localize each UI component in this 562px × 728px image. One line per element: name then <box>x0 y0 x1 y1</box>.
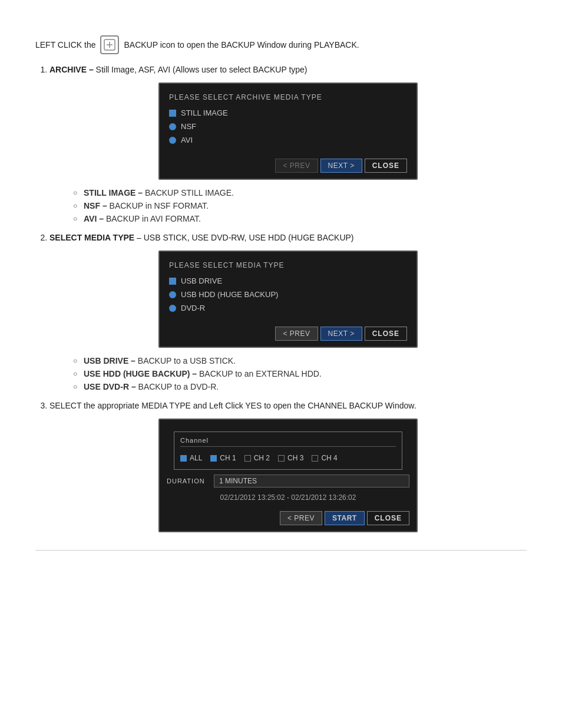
checkbox-still-image[interactable] <box>169 110 176 117</box>
media-next-button[interactable]: NEXT > <box>320 327 362 341</box>
checkbox-ch3[interactable] <box>278 455 285 462</box>
ch-item-ch4: CH 4 <box>312 454 337 462</box>
archive-title-bold: ARCHIVE – <box>49 65 94 74</box>
nsf-label: NSF <box>181 122 196 131</box>
archive-option-nsf: NSF <box>169 122 407 131</box>
sub-usb-drive-bold: USB DRIVE – <box>84 356 135 365</box>
archive-next-button[interactable]: NEXT > <box>320 159 362 173</box>
radio-usb-hdd[interactable] <box>169 291 176 298</box>
ch3-label: CH 3 <box>287 454 303 462</box>
checkbox-ch1[interactable] <box>210 455 217 462</box>
list-item-archive: ARCHIVE – Still Image, ASF, AVI (Allows … <box>49 65 527 223</box>
sub-usb-drive-text: BACKUP to a USB STICK. <box>138 356 236 365</box>
channel-prev-button[interactable]: < PREV <box>280 511 322 525</box>
archive-sub-list: STILL IMAGE – BACKUP STILL IMAGE. NSF – … <box>49 188 527 223</box>
channel-section: Channel ALL CH 1 CH 2 <box>174 431 402 470</box>
sub-item-avi: AVI – BACKUP in AVI FORMAT. <box>73 214 527 223</box>
media-prev-button[interactable]: < PREV <box>275 327 318 341</box>
main-list: ARCHIVE – Still Image, ASF, AVI (Allows … <box>35 65 527 532</box>
ch1-label: CH 1 <box>220 454 236 462</box>
media-type-title: SELECT MEDIA TYPE <box>49 233 134 242</box>
intro-right-text: BACKUP icon to open the BACKUP Window du… <box>124 40 359 50</box>
intro-line: LEFT CLICK the BACKUP icon to open the B… <box>35 35 527 54</box>
media-dialog-title: PLEASE SELECT MEDIA TYPE <box>169 261 407 269</box>
media-dialog: PLEASE SELECT MEDIA TYPE USB DRIVE USB H… <box>158 251 418 348</box>
list-item-channel: SELECT the appropriate MEDIA TYPE and Le… <box>49 401 527 532</box>
channel-footer: < PREV START CLOSE <box>160 506 416 531</box>
media-type-desc: – USB STICK, USE DVD-RW, USE HDD (HUGE B… <box>137 233 353 242</box>
archive-dialog: PLEASE SELECT ARCHIVE MEDIA TYPE STILL I… <box>158 83 418 180</box>
ch-item-ch1: CH 1 <box>210 454 236 462</box>
sub-nsf-text: BACKUP in NSF FORMAT. <box>110 201 209 210</box>
archive-title: ARCHIVE – Still Image, ASF, AVI (Allows … <box>49 65 308 74</box>
usb-hdd-label: USB HDD (HUGE BACKUP) <box>181 290 278 299</box>
channel-start-button[interactable]: START <box>325 511 365 525</box>
archive-option-avi: AVI <box>169 136 407 144</box>
radio-nsf[interactable] <box>169 123 176 130</box>
ch-item-ch2: CH 2 <box>244 454 270 462</box>
media-sub-list: USB DRIVE – BACKUP to a USB STICK. USE H… <box>49 356 527 391</box>
channel-row: ALL CH 1 CH 2 CH 3 <box>180 452 396 465</box>
checkbox-all[interactable] <box>180 455 187 462</box>
media-close-button[interactable]: CLOSE <box>365 327 407 341</box>
avi-label: AVI <box>181 136 193 144</box>
sub-item-nsf: NSF – BACKUP in NSF FORMAT. <box>73 201 527 210</box>
still-image-label: STILL IMAGE <box>181 108 228 117</box>
archive-dialog-footer: < PREV NEXT > CLOSE <box>169 154 407 179</box>
dvd-r-label: DVD-R <box>181 304 205 312</box>
channel-desc: SELECT the appropriate MEDIA TYPE and Le… <box>49 401 416 410</box>
sub-still-image-text: BACKUP STILL IMAGE. <box>145 188 234 197</box>
list-item-media-type: SELECT MEDIA TYPE – USB STICK, USE DVD-R… <box>49 233 527 391</box>
sub-item-use-dvd-r: USE DVD-R – BACKUP to a DVD-R. <box>73 382 527 391</box>
sub-item-still-image: STILL IMAGE – BACKUP STILL IMAGE. <box>73 188 527 197</box>
sub-use-dvd-r-text: BACKUP to a DVD-R. <box>138 382 219 391</box>
duration-value: 1 MINUTES <box>214 475 409 487</box>
media-dialog-footer: < PREV NEXT > CLOSE <box>169 322 407 347</box>
archive-prev-button[interactable]: < PREV <box>275 159 318 173</box>
radio-avi[interactable] <box>169 137 176 144</box>
checkbox-ch2[interactable] <box>244 455 251 462</box>
archive-dialog-title: PLEASE SELECT ARCHIVE MEDIA TYPE <box>169 93 407 101</box>
footer-separator <box>35 550 527 551</box>
duration-row: DURATION 1 MINUTES <box>167 475 409 487</box>
intro-left-text: LEFT CLICK the <box>35 40 95 50</box>
sub-item-usb-drive: USB DRIVE – BACKUP to a USB STICK. <box>73 356 527 365</box>
sub-avi-bold: AVI – <box>84 214 104 223</box>
ch-item-ch3: CH 3 <box>278 454 303 462</box>
sub-use-dvd-r-bold: USE DVD-R – <box>84 382 136 391</box>
channel-close-button[interactable]: CLOSE <box>367 511 409 525</box>
media-type-line: SELECT MEDIA TYPE – USB STICK, USE DVD-R… <box>49 233 354 242</box>
sub-use-hdd-text: BACKUP to an EXTERNAL HDD. <box>199 369 322 378</box>
channel-title-text: Channel <box>180 437 209 444</box>
backup-icon <box>100 35 119 54</box>
checkbox-usb-drive[interactable] <box>169 278 176 285</box>
radio-dvd-r[interactable] <box>169 305 176 312</box>
archive-desc: Still Image, ASF, AVI (Allows user to se… <box>96 65 308 74</box>
usb-drive-label: USB DRIVE <box>181 276 222 285</box>
media-option-usb-drive: USB DRIVE <box>169 276 407 285</box>
archive-close-button[interactable]: CLOSE <box>365 159 407 173</box>
ch4-label: CH 4 <box>321 454 337 462</box>
all-label: ALL <box>190 454 202 462</box>
ch2-label: CH 2 <box>254 454 270 462</box>
ch-item-all: ALL <box>180 454 202 462</box>
sub-nsf-bold: NSF – <box>84 201 107 210</box>
channel-dialog: Channel ALL CH 1 CH 2 <box>158 419 418 532</box>
sub-item-use-hdd: USE HDD (HUGE BACKUP) – BACKUP to an EXT… <box>73 369 527 378</box>
sub-use-hdd-bold: USE HDD (HUGE BACKUP) – <box>84 369 197 378</box>
duration-label: DURATION <box>167 477 214 485</box>
channel-section-title: Channel <box>180 437 396 447</box>
sub-still-image-bold: STILL IMAGE – <box>84 188 143 197</box>
media-option-usb-hdd: USB HDD (HUGE BACKUP) <box>169 290 407 299</box>
timestamp-row: 02/21/2012 13:25:02 - 02/21/2012 13:26:0… <box>167 491 409 506</box>
archive-option-stillimage: STILL IMAGE <box>169 108 407 117</box>
media-option-dvd-r: DVD-R <box>169 304 407 312</box>
checkbox-ch4[interactable] <box>312 455 318 462</box>
sub-avi-text: BACKUP in AVI FORMAT. <box>106 214 201 223</box>
